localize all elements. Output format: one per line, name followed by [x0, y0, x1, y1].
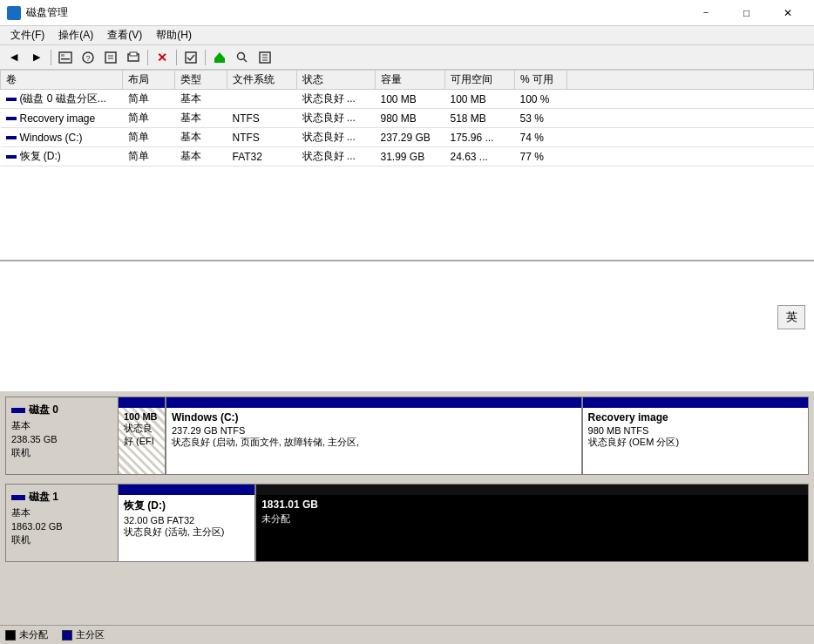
volume-icon [6, 98, 17, 101]
legend-bar: 未分配 主分区 [0, 625, 814, 644]
windows-partition-name: Windows (C:) [172, 411, 576, 424]
windows-partition-size: 237.29 GB NTFS [172, 425, 576, 436]
row-capacity: 31.99 GB [376, 147, 445, 166]
efi-size: 100 MB [124, 411, 159, 422]
legend-primary-label: 主分区 [76, 628, 105, 641]
row-layout: 简单 [123, 109, 175, 128]
row-layout: 简单 [123, 147, 175, 166]
back-button[interactable]: ◀ [3, 48, 24, 67]
help-button[interactable]: ? [78, 48, 98, 67]
col-layout[interactable]: 布局 [123, 71, 175, 90]
toolbar-btn-up[interactable] [209, 48, 230, 67]
disk-1-icon [11, 495, 25, 500]
forward-button[interactable]: ▶ [26, 48, 47, 67]
disk-1-partition-d[interactable]: 恢复 (D:) 32.00 GB FAT32 状态良好 (活动, 主分区) [119, 485, 256, 561]
col-volume[interactable]: 卷 [1, 71, 123, 90]
svg-line-14 [244, 58, 248, 62]
toolbar: ◀ ▶ ? ✕ [0, 45, 814, 70]
recovery-partition-size: 980 MB NTFS [588, 425, 803, 436]
table-row[interactable]: Windows (C:) 简单 基本 NTFS 状态良好 ... 237.29 … [1, 128, 814, 147]
col-status[interactable]: 状态 [297, 71, 376, 90]
unallocated-label: 未分配 [261, 512, 803, 525]
menu-action[interactable]: 操作(A) [51, 26, 100, 44]
unallocated-size: 1831.01 GB [261, 498, 803, 511]
table-row[interactable]: Recovery image 简单 基本 NTFS 状态良好 ... 980 M… [1, 109, 814, 128]
col-free[interactable]: 可用空间 [445, 71, 515, 90]
lower-panel: 磁盘 0 基本 238.35 GB 联机 100 MB 状态良好 (EFI [0, 391, 814, 644]
legend-unallocated-label: 未分配 [19, 628, 48, 641]
row-free: 24.63 ... [445, 147, 515, 166]
recovery-partition-status: 状态良好 (OEM 分区) [588, 436, 803, 449]
col-extra [567, 71, 814, 90]
row-type: 基本 [175, 109, 227, 128]
disk-1-status: 联机 [11, 533, 112, 546]
volume-icon [6, 117, 17, 120]
row-volume: Recovery image [1, 109, 123, 128]
row-free: 175.96 ... [445, 128, 515, 147]
toolbar-separator-4 [205, 50, 206, 65]
legend-unallocated: 未分配 [5, 628, 48, 641]
search-button[interactable] [232, 48, 253, 67]
legend-primary: 主分区 [62, 628, 105, 641]
maximize-button[interactable]: □ [727, 0, 766, 26]
col-fs[interactable]: 文件系统 [227, 71, 297, 90]
toolbar-btn-last[interactable] [254, 48, 275, 67]
disk-1-id: 磁盘 1 [29, 490, 58, 505]
table-area: 卷 布局 类型 文件系统 状态 容量 可用空间 % 可用 (磁盘 0 磁盘分区.… [0, 70, 814, 261]
row-fs: NTFS [227, 128, 297, 147]
d-partition-name: 恢复 (D:) [124, 498, 249, 513]
d-partition-status: 状态良好 (活动, 主分区) [124, 525, 249, 539]
windows-partition-status: 状态良好 (启动, 页面文件, 故障转储, 主分区, [172, 436, 576, 449]
disk-table: 卷 布局 类型 文件系统 状态 容量 可用空间 % 可用 (磁盘 0 磁盘分区.… [0, 70, 814, 166]
disk-0-size: 238.35 GB [11, 434, 112, 444]
toolbar-btn-check[interactable] [180, 48, 201, 67]
row-capacity: 980 MB [376, 109, 445, 128]
close-button[interactable]: ✕ [768, 0, 807, 26]
toolbar-separator-3 [176, 50, 177, 65]
row-capacity: 100 MB [376, 90, 445, 109]
toolbar-separator-2 [147, 50, 148, 65]
toolbar-btn-6[interactable] [123, 48, 144, 67]
row-type: 基本 [175, 90, 227, 109]
menu-help[interactable]: 帮助(H) [149, 26, 199, 44]
disk-0-partition-windows[interactable]: Windows (C:) 237.29 GB NTFS 状态良好 (启动, 页面… [166, 397, 583, 474]
table-row[interactable]: 恢复 (D:) 简单 基本 FAT32 状态良好 ... 31.99 GB 24… [1, 147, 814, 166]
legend-unallocated-box [5, 630, 16, 641]
delete-button[interactable]: ✕ [152, 48, 173, 67]
toolbar-btn-5[interactable] [100, 48, 121, 67]
row-pct: 53 % [515, 109, 567, 128]
title-bar: 磁盘管理 － □ ✕ [0, 0, 814, 26]
row-layout: 简单 [123, 90, 175, 109]
disk-1-size: 1863.02 GB [11, 521, 112, 532]
row-pct: 77 % [515, 147, 567, 166]
disk-0-partition-efi[interactable]: 100 MB 状态良好 (EFI [119, 397, 166, 474]
svg-rect-5 [105, 52, 116, 63]
minimize-button[interactable]: － [686, 0, 725, 26]
legend-primary-box [62, 630, 72, 641]
d-partition-size: 32.00 GB FAT32 [124, 515, 249, 525]
disk-1-partition-unallocated[interactable]: 1831.01 GB 未分配 [256, 485, 808, 561]
row-capacity: 237.29 GB [376, 128, 445, 147]
row-fs: NTFS [227, 109, 297, 128]
disk-0-type: 基本 [11, 419, 112, 432]
empty-area: 英 [0, 261, 814, 391]
svg-marker-12 [214, 52, 225, 58]
col-pct[interactable]: % 可用 [515, 71, 567, 90]
svg-rect-11 [214, 58, 225, 63]
toolbar-btn-3[interactable] [55, 48, 76, 67]
svg-rect-0 [59, 52, 71, 63]
menu-view[interactable]: 查看(V) [100, 26, 149, 44]
row-pct: 74 % [515, 128, 567, 147]
disk-1-type: 基本 [11, 506, 112, 519]
disk-view-scrollable[interactable]: 磁盘 0 基本 238.35 GB 联机 100 MB 状态良好 (EFI [0, 391, 814, 623]
table-row[interactable]: (磁盘 0 磁盘分区... 简单 基本 状态良好 ... 100 MB 100 … [1, 90, 814, 109]
disk-0-partition-recovery[interactable]: Recovery image 980 MB NTFS 状态良好 (OEM 分区) [583, 397, 808, 474]
col-type[interactable]: 类型 [175, 71, 227, 90]
disk-0-partitions: 100 MB 状态良好 (EFI Windows (C:) 237.29 GB … [119, 397, 809, 475]
col-capacity[interactable]: 容量 [376, 71, 445, 90]
row-fs: FAT32 [227, 147, 297, 166]
svg-rect-10 [186, 52, 196, 63]
row-free: 518 MB [445, 109, 515, 128]
ime-button[interactable]: 英 [777, 305, 805, 329]
menu-file[interactable]: 文件(F) [3, 26, 51, 44]
